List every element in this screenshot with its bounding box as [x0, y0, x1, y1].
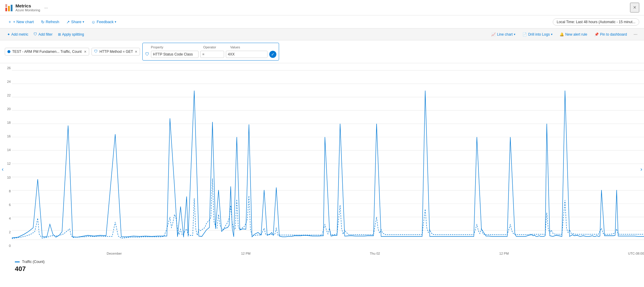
chart-toolbar: ✦ Add metric ⛉ Add filter ⊞ Apply splitt…	[0, 28, 644, 40]
filter-editor-icon: ⛉	[145, 52, 149, 57]
filter-confirm-button[interactable]: ✓	[269, 51, 276, 58]
y-label-24: 24	[0, 80, 11, 83]
y-label-18: 18	[0, 121, 11, 124]
line-chart-chevron-icon: ▾	[514, 33, 515, 36]
x-label-december: December	[107, 252, 122, 258]
drill-logs-chevron-icon: ▾	[551, 33, 552, 36]
line-chart-button[interactable]: 📈 Line chart ▾	[489, 31, 518, 38]
splitting-icon: ⊞	[58, 32, 61, 37]
y-label-22: 22	[0, 93, 11, 97]
new-alert-rule-button[interactable]: 🔔 New alert rule	[557, 31, 590, 38]
filter-editor-labels: Property Operator Values	[145, 45, 272, 49]
add-filter-button[interactable]: ⛉ Add filter	[31, 31, 55, 38]
main-toolbar: ＋ + New chart ↻ Refresh ↗ Share ▾ ☺ Feed…	[0, 15, 644, 28]
add-filter-icon: ⛉	[34, 32, 37, 37]
x-label-12pm-1: 12 PM	[241, 252, 251, 258]
nav-arrow-right-button[interactable]: ›	[639, 165, 643, 174]
drill-into-logs-button[interactable]: 📄 Drill into Logs ▾	[520, 31, 555, 38]
svg-rect-0	[5, 8, 7, 11]
title-text: Metrics Azure Monitoring	[15, 3, 40, 12]
y-label-2: 2	[0, 230, 11, 234]
x-label-12pm-2: 12 PM	[499, 252, 509, 258]
apply-splitting-button[interactable]: ⊞ Apply splitting	[56, 31, 86, 38]
legend-value-container: 407	[0, 265, 644, 275]
operator-label: Operator	[203, 45, 229, 49]
alert-icon: 🔔	[560, 32, 564, 37]
chart-more-button[interactable]: ···	[632, 31, 639, 38]
y-label-16: 16	[0, 134, 11, 138]
chart-inner: 26 24 22 20 18 16 14 12 10 8 6 4 2 0	[0, 63, 644, 258]
pin-icon: 📌	[594, 32, 599, 37]
y-label-6: 6	[0, 203, 11, 207]
feedback-icon: ☺	[91, 20, 95, 24]
svg-rect-1	[8, 6, 10, 11]
chart-svg	[12, 63, 644, 250]
operator-select[interactable]: = != > <	[200, 51, 224, 58]
filter-editor-row: ⛉ HTTP Status Code Class HTTP Method Geo…	[145, 51, 276, 58]
main-content: ✦ Add metric ⛉ Add filter ⊞ Apply splitt…	[0, 28, 644, 275]
metric-pill-label: TEST - ARM PM Fundamen... Traffic, Count	[12, 50, 82, 54]
y-label-26: 26	[0, 66, 11, 70]
filter-funnel-icon: ⛉	[94, 50, 98, 54]
legend-value: 407	[15, 265, 26, 272]
line-chart-icon: 📈	[491, 32, 496, 37]
pin-to-dashboard-button[interactable]: 📌 Pin to dashboard	[592, 31, 629, 38]
x-axis: December 12 PM Thu 02 12 PM UTC-08:00	[12, 250, 644, 258]
refresh-button[interactable]: ↻ Refresh	[38, 18, 62, 26]
metric-dot	[7, 50, 10, 53]
svg-rect-2	[11, 5, 12, 11]
legend-color-swatch	[15, 261, 20, 262]
time-range-button[interactable]: Local Time: Last 48 hours (Automatic - 1…	[553, 18, 639, 26]
share-button[interactable]: ↗ Share ▾	[63, 18, 87, 26]
y-label-0: 0	[0, 244, 11, 248]
svg-rect-3	[5, 4, 7, 7]
app-title: Metrics	[15, 3, 40, 8]
close-button[interactable]: ×	[630, 3, 639, 12]
y-label-20: 20	[0, 107, 11, 111]
new-chart-button[interactable]: ＋ + New chart	[5, 18, 37, 26]
chart-wrapper: ‹ › 26 24 22 20 18 16 14 12 10 8 6 4 2 0	[0, 63, 644, 275]
chart-toolbar-left: ✦ Add metric ⛉ Add filter ⊞ Apply splitt…	[5, 31, 86, 38]
chart-svg-container: December 12 PM Thu 02 12 PM UTC-08:00	[12, 63, 644, 258]
app-subtitle: Azure Monitoring	[15, 8, 40, 12]
filter-remove-button[interactable]: ×	[135, 49, 137, 54]
filter-pill[interactable]: ⛉ HTTP Method = GET ×	[92, 48, 140, 56]
filter-bar: TEST - ARM PM Fundamen... Traffic, Count…	[0, 40, 644, 63]
chart-main-line	[12, 91, 644, 238]
y-label-10: 10	[0, 176, 11, 179]
y-label-4: 4	[0, 217, 11, 220]
feedback-button[interactable]: ☺ Feedback ▾	[88, 18, 119, 26]
add-metric-icon: ✦	[7, 32, 10, 37]
property-select[interactable]: HTTP Status Code Class HTTP Method Geo R…	[151, 51, 199, 58]
title-left: Metrics Azure Monitoring ···	[5, 3, 48, 12]
property-label: Property	[151, 45, 201, 49]
plus-icon: ＋	[8, 19, 12, 25]
y-label-8: 8	[0, 189, 11, 193]
toolbar-right: Local Time: Last 48 hours (Automatic - 1…	[553, 18, 639, 26]
x-label-thu02: Thu 02	[370, 252, 380, 258]
filter-editor: Property Operator Values ⛉ HTTP Status C…	[142, 43, 279, 61]
nav-arrow-left-button[interactable]: ‹	[1, 165, 5, 174]
title-bar: Metrics Azure Monitoring ··· ×	[0, 0, 644, 15]
title-more-button[interactable]: ···	[44, 5, 48, 10]
y-axis: 26 24 22 20 18 16 14 12 10 8 6 4 2 0	[0, 63, 12, 258]
x-label-utc: UTC-08:00	[628, 252, 644, 258]
app-icon	[5, 4, 13, 12]
metric-remove-button[interactable]: ×	[84, 49, 86, 54]
legend-label: Traffic (Count)	[22, 260, 45, 264]
chart-legend: Traffic (Count)	[0, 258, 644, 265]
share-chevron-icon: ▾	[83, 20, 84, 23]
share-icon: ↗	[66, 20, 70, 24]
filter-pill-label: HTTP Method = GET	[100, 50, 133, 54]
add-metric-button[interactable]: ✦ Add metric	[5, 31, 31, 38]
feedback-chevron-icon: ▾	[115, 20, 116, 23]
y-label-14: 14	[0, 148, 11, 152]
refresh-icon: ↻	[41, 20, 45, 24]
drill-logs-icon: 📄	[522, 32, 527, 37]
metric-pill[interactable]: TEST - ARM PM Fundamen... Traffic, Count…	[5, 48, 89, 56]
values-label: Values	[230, 45, 272, 49]
chart-toolbar-right: 📈 Line chart ▾ 📄 Drill into Logs ▾ 🔔 New…	[489, 31, 639, 38]
values-select[interactable]: 4XX 2XX 3XX 5XX	[226, 51, 267, 58]
